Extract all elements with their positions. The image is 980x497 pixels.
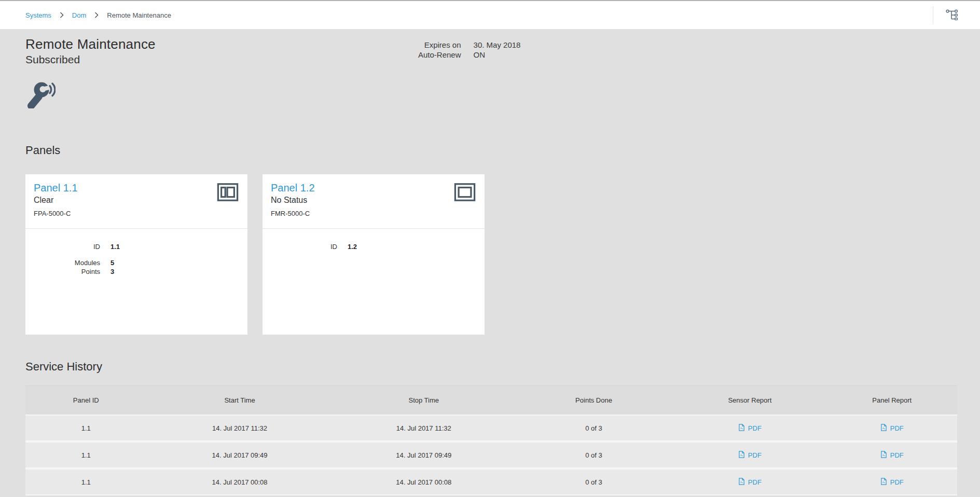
column-header-stop-time: Stop Time <box>333 396 515 404</box>
cell-points-done: 0 of 3 <box>515 424 673 432</box>
service-history-table: Panel ID Start Time Stop Time Points Don… <box>25 385 957 495</box>
table-row: 1.1 14. Jul 2017 09:49 14. Jul 2017 09:4… <box>25 441 957 468</box>
service-history-section: Service History Panel ID Start Time Stop… <box>0 360 980 495</box>
page-header: Remote Maintenance Subscribed Expires on… <box>0 29 980 107</box>
sensor-report-pdf-link[interactable]: PDF <box>738 450 762 460</box>
table-header-row: Panel ID Start Time Stop Time Points Don… <box>25 385 957 415</box>
table-row: 1.1 14. Jul 2017 00:08 14. Jul 2017 00:0… <box>25 468 957 495</box>
cell-panel-id: 1.1 <box>25 478 146 486</box>
chevron-right-icon <box>94 12 99 18</box>
panel-report-pdf-link[interactable]: PDF <box>880 423 904 433</box>
panel-1-2-link[interactable]: Panel 1.2 <box>271 182 315 194</box>
vertical-divider <box>933 6 933 24</box>
panel-field-points: Points 3 <box>34 267 239 276</box>
breadcrumb-link-dom[interactable]: Dom <box>72 11 86 19</box>
breadcrumb-link-systems[interactable]: Systems <box>25 11 51 19</box>
cell-panel-id: 1.1 <box>25 451 146 459</box>
panel-card-header: Panel 1.1 Clear FPA-5000-C <box>25 174 247 229</box>
column-header-start-time: Start Time <box>146 396 333 404</box>
pdf-document-icon <box>738 477 745 487</box>
panel-card-1-2: Panel 1.2 No Status FMR-5000-C <box>263 174 485 335</box>
panel-card-body: ID 1.2 <box>263 229 485 251</box>
cell-start-time: 14. Jul 2017 00:08 <box>146 478 333 486</box>
breadcrumb: Systems Dom Remote Maintenance <box>25 11 171 19</box>
service-history-heading: Service History <box>25 360 957 374</box>
panel-field-id: ID 1.2 <box>271 242 476 251</box>
panel-status: Clear <box>34 196 239 205</box>
cell-panel-id: 1.1 <box>25 424 146 432</box>
panel-card-header: Panel 1.2 No Status FMR-5000-C <box>263 174 485 229</box>
sensor-report-pdf-link[interactable]: PDF <box>738 477 762 487</box>
chevron-right-icon <box>60 12 64 18</box>
pdf-document-icon <box>738 423 745 433</box>
panel-cabinet-single-door-icon <box>454 183 476 204</box>
breadcrumb-current: Remote Maintenance <box>107 11 171 19</box>
panels-heading: Panels <box>25 144 980 157</box>
panel-model: FMR-5000-C <box>271 210 476 217</box>
panel-1-1-link[interactable]: Panel 1.1 <box>34 182 78 194</box>
remote-maintenance-wrench-icon <box>25 78 54 107</box>
column-header-sensor-report: Sensor Report <box>673 396 826 404</box>
panel-report-pdf-link[interactable]: PDF <box>880 477 904 487</box>
sensor-report-pdf-link[interactable]: PDF <box>738 423 762 433</box>
expires-on-value: 30. May 2018 <box>474 40 521 49</box>
cell-points-done: 0 of 3 <box>515 451 673 459</box>
cell-start-time: 14. Jul 2017 11:32 <box>146 424 333 432</box>
subscription-details: Expires on 30. May 2018 Auto-Renew ON <box>418 40 520 59</box>
panels-section: Panels Panel 1.1 Clear FPA-5000-C <box>0 144 980 335</box>
topbar-actions <box>933 6 959 24</box>
cell-start-time: 14. Jul 2017 09:49 <box>146 451 333 459</box>
column-header-panel-report: Panel Report <box>827 396 957 404</box>
column-header-panel-id: Panel ID <box>25 396 146 404</box>
panel-report-pdf-link[interactable]: PDF <box>880 450 904 460</box>
pdf-document-icon <box>880 477 887 487</box>
auto-renew-label: Auto-Renew <box>418 50 461 59</box>
panel-model: FPA-5000-C <box>34 210 239 217</box>
expires-on-label: Expires on <box>418 40 461 49</box>
cell-points-done: 0 of 3 <box>515 478 673 486</box>
panel-cabinet-two-door-icon <box>217 183 239 204</box>
panel-cards: Panel 1.1 Clear FPA-5000-C <box>25 174 980 335</box>
pdf-document-icon <box>738 450 745 460</box>
panel-field-modules: Modules 5 <box>34 258 239 267</box>
cell-stop-time: 14. Jul 2017 09:49 <box>333 451 515 459</box>
main-content: Remote Maintenance Subscribed Expires on… <box>0 29 980 495</box>
breadcrumb-bar: Systems Dom Remote Maintenance <box>0 0 980 29</box>
panel-card-1-1: Panel 1.1 Clear FPA-5000-C <box>25 174 247 335</box>
panel-status: No Status <box>271 196 476 205</box>
column-header-points-done: Points Done <box>515 396 673 404</box>
panel-card-body: ID 1.1 Modules 5 Points 3 <box>25 229 247 276</box>
cell-stop-time: 14. Jul 2017 11:32 <box>333 424 515 432</box>
panel-field-id: ID 1.1 <box>34 242 239 251</box>
cell-stop-time: 14. Jul 2017 00:08 <box>333 478 515 486</box>
pdf-document-icon <box>880 450 887 460</box>
tree-view-button[interactable] <box>945 8 959 23</box>
table-row: 1.1 14. Jul 2017 11:32 14. Jul 2017 11:3… <box>25 415 957 441</box>
tree-structure-icon <box>946 9 958 22</box>
pdf-document-icon <box>880 423 887 433</box>
auto-renew-value: ON <box>474 50 521 59</box>
